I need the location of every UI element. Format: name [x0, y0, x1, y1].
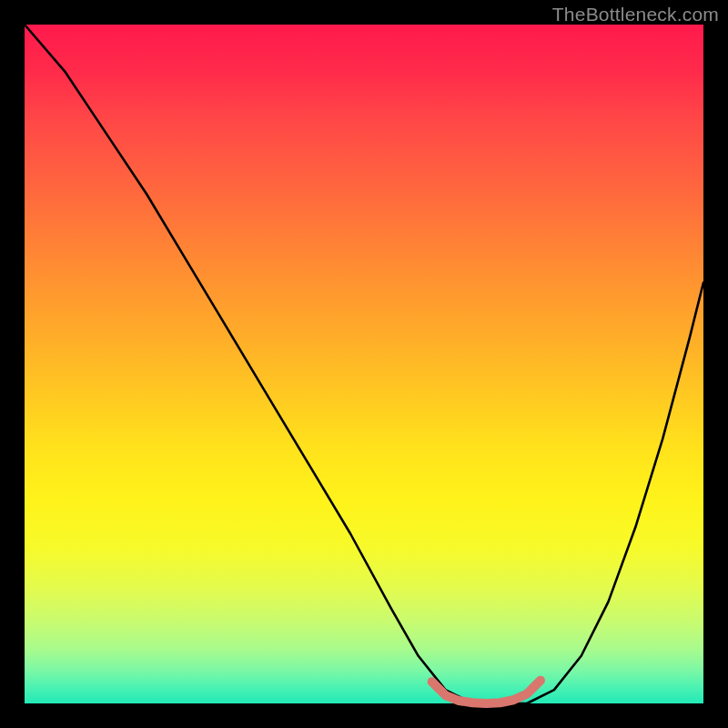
attribution-text: TheBottleneck.com — [552, 4, 719, 25]
curve-layer — [25, 25, 703, 703]
optimal-plateau — [432, 681, 541, 703]
bottleneck-curve — [25, 25, 703, 703]
chart-frame: TheBottleneck.com — [0, 0, 728, 728]
plot-area — [25, 25, 703, 703]
